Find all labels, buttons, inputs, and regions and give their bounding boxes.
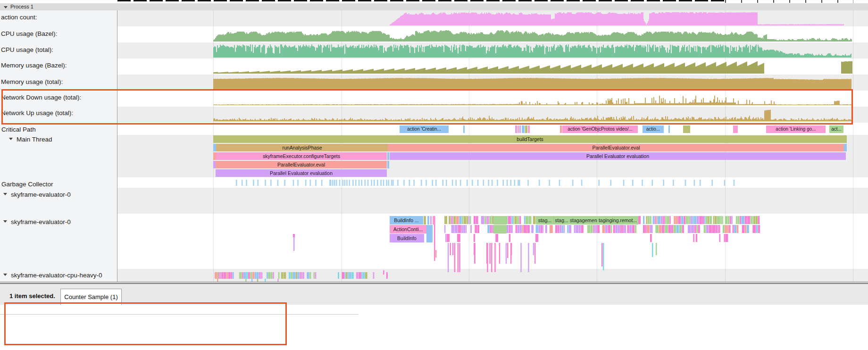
skyframe-action-tick[interactable] bbox=[493, 225, 507, 233]
sidebar-item-skyframe-evaluator-0-b[interactable]: skyframe-evaluator-0 bbox=[11, 218, 71, 225]
process-header[interactable]: Process 1 bbox=[0, 3, 868, 11]
skyframe-action-tick[interactable] bbox=[493, 216, 507, 225]
critical-path-tick[interactable] bbox=[733, 125, 738, 133]
collapse-triangle-icon[interactable] bbox=[3, 274, 7, 276]
skyframe-action-slice[interactable]: stag... bbox=[554, 216, 569, 225]
sidebar-item-skyframe-cpu-heavy[interactable]: skyframe-evaluator-cpu-heavy-0 bbox=[11, 272, 102, 279]
skyframe-evaluator-tick[interactable] bbox=[424, 216, 426, 225]
main-thread-slice[interactable]: runAnalysisPhase bbox=[216, 144, 388, 151]
track-sidebar[interactable]: action count:CPU usage (Bazel):CPU usage… bbox=[0, 10, 117, 282]
timeline-ruler-ticks bbox=[725, 0, 853, 3]
critical-path-slice[interactable]: action 'Linking go... bbox=[766, 125, 826, 133]
skyframe-evaluator-slice[interactable]: BuildInfo ... bbox=[390, 216, 423, 225]
skyframe-evaluator-tick[interactable] bbox=[427, 216, 429, 225]
main-thread-slice[interactable]: Parallel Evaluator evaluation bbox=[390, 152, 846, 160]
sidebar-item-critical-path[interactable]: Critical Path bbox=[1, 126, 36, 133]
collapse-triangle-icon[interactable] bbox=[3, 193, 7, 195]
skyframe-action-slice[interactable]: stagagemenots... bbox=[570, 216, 597, 225]
critical-path-tick[interactable] bbox=[528, 125, 530, 133]
sidebar-item-garbage-collector[interactable]: Garbage Collector bbox=[1, 181, 53, 188]
critical-path-tick[interactable] bbox=[522, 125, 525, 133]
critical-path-tick[interactable] bbox=[560, 125, 562, 133]
counter-sample-table: CounterSeriesTimeValueNetwork Down usage… bbox=[0, 305, 868, 350]
main-thread-tick[interactable] bbox=[387, 152, 389, 160]
critical-path-tick[interactable] bbox=[525, 125, 527, 133]
collapse-triangle-icon[interactable] bbox=[4, 6, 8, 8]
sidebar-item-skyframe-evaluator-0-a[interactable]: skyframe-evaluator-0 bbox=[11, 191, 71, 198]
collapse-triangle-icon[interactable] bbox=[9, 138, 13, 140]
selection-status: 1 item selected. bbox=[9, 292, 55, 300]
sidebar-item-net-up[interactable]: Network Up usage (total): bbox=[1, 109, 73, 117]
sidebar-item-action-count[interactable]: action count: bbox=[1, 14, 37, 21]
critical-path-tick[interactable] bbox=[515, 125, 517, 133]
analysis-tab-bar bbox=[0, 284, 868, 305]
critical-path-tick[interactable] bbox=[463, 125, 465, 133]
timeline-area[interactable]: action 'Creatin...action 'GenObjcProtos … bbox=[0, 10, 868, 282]
main-thread-tick[interactable] bbox=[387, 161, 389, 168]
skyframe-action-slice[interactable]: taginging.remot... bbox=[597, 216, 638, 225]
sidebar-item-net-down[interactable]: Network Down usage (total): bbox=[1, 94, 81, 101]
sidebar-item-main-thread[interactable]: Main Thread bbox=[17, 136, 52, 143]
main-thread-slice[interactable]: ParallelEvaluator.eval bbox=[216, 161, 387, 168]
tab-counter-sample[interactable]: Counter Sample (1) bbox=[60, 289, 122, 305]
process-title: Process 1 bbox=[10, 3, 33, 10]
critical-path-slice[interactable]: action 'Creatin... bbox=[400, 125, 449, 133]
critical-path-tick[interactable] bbox=[517, 125, 519, 133]
skyframe-action-slice[interactable]: stag... bbox=[536, 216, 553, 225]
main-thread-slice[interactable]: Parallel Evaluator evaluation bbox=[216, 169, 387, 177]
skyframe-evaluator-slice[interactable]: ActionConti... bbox=[390, 225, 426, 233]
skyframe-evaluator-slice[interactable]: BuildInfo bbox=[390, 234, 424, 242]
sidebar-item-cpu-bazel[interactable]: CPU usage (Bazel): bbox=[1, 30, 57, 37]
main-thread-tick[interactable] bbox=[844, 144, 847, 151]
critical-path-slice[interactable]: action 'GenObjcProtos video/... bbox=[562, 125, 638, 133]
sidebar-item-mem-total[interactable]: Memory usage (total): bbox=[1, 78, 63, 85]
main-thread-slice[interactable]: buildTargets bbox=[213, 135, 847, 143]
critical-path-tick[interactable] bbox=[668, 125, 670, 133]
critical-path-tick[interactable] bbox=[519, 125, 521, 133]
sidebar-item-cpu-total[interactable]: CPU usage (total): bbox=[1, 46, 53, 53]
critical-path-slice[interactable]: act... bbox=[829, 125, 843, 133]
collapse-triangle-icon[interactable] bbox=[3, 220, 7, 223]
table-header-divider bbox=[0, 314, 359, 315]
sidebar-item-mem-bazel[interactable]: Memory usage (Bazel): bbox=[1, 62, 67, 69]
skyframe-evaluator-tick[interactable] bbox=[433, 216, 434, 225]
skyframe-evaluator-tick[interactable] bbox=[426, 225, 433, 242]
main-thread-slice[interactable]: ParallelEvaluator.eval bbox=[388, 144, 844, 151]
critical-path-tick[interactable] bbox=[683, 125, 690, 133]
main-thread-slice[interactable]: skyframeExecutor.configureTargets bbox=[216, 152, 387, 160]
skyframe-evaluator-tick[interactable] bbox=[430, 216, 432, 225]
critical-path-slice[interactable]: actio... bbox=[643, 125, 664, 133]
timeline-ruler-viewport[interactable] bbox=[117, 0, 725, 1]
trace-viewer: Process 1 action 'Creatin...action 'GenO… bbox=[0, 0, 868, 350]
